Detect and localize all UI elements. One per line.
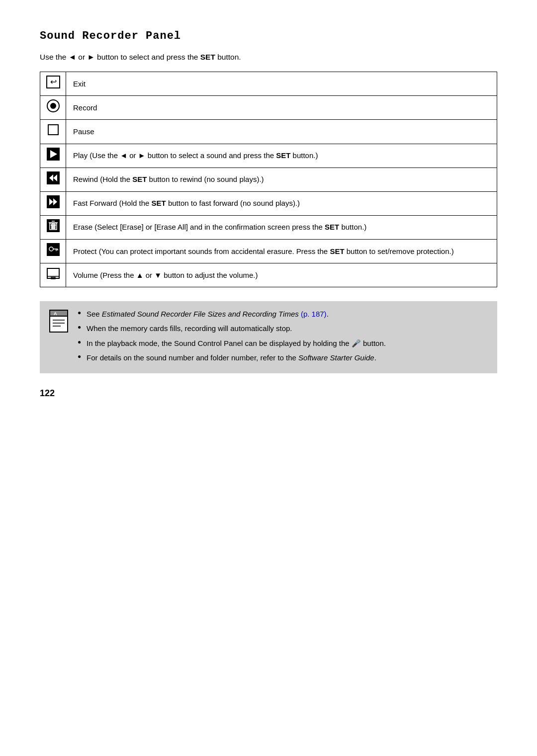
page-reference-link[interactable]: (p. 187) [301, 310, 327, 318]
exit-icon: ↩ [46, 75, 60, 89]
page-title: Sound Recorder Panel [40, 30, 497, 42]
desc-cell-volume: Volume (Press the ▲ or ▼ button to adjus… [66, 263, 497, 287]
icon-cell-play [40, 144, 66, 168]
volume-icon [46, 266, 60, 280]
icon-cell-erase: 🗑 [40, 215, 66, 239]
desc-cell-play: Play (Use the ◄ or ► button to select a … [66, 144, 497, 168]
svg-point-3 [50, 103, 56, 109]
fastforward-icon [46, 195, 60, 209]
set-label: SET [200, 53, 215, 61]
svg-rect-4 [48, 125, 58, 135]
svg-text:↩: ↩ [50, 78, 56, 86]
protect-icon [46, 243, 60, 256]
intro-paragraph: Use the ◄ or ► button to select and pres… [40, 51, 497, 63]
pause-icon [46, 123, 60, 137]
desc-cell-exit: Exit [66, 72, 497, 96]
icon-cell-volume [40, 263, 66, 287]
svg-rect-30 [50, 310, 68, 316]
table-row: Pause [40, 120, 497, 144]
icon-cell-record [40, 96, 66, 120]
note-box: A See Estimated Sound Recorder File Size… [40, 301, 497, 373]
note-item-2: When the memory cards fills, recording w… [78, 323, 386, 334]
panel-table: ↩ Exit Record Pause [40, 72, 497, 287]
table-row: 🗑 Erase (Select [Erase] or [Erase All] a… [40, 215, 497, 239]
svg-text:A: A [54, 311, 57, 316]
icon-cell-exit: ↩ [40, 72, 66, 96]
table-row: Record [40, 96, 497, 120]
rewind-icon [46, 171, 60, 185]
page-number: 122 [40, 388, 497, 399]
note-item-4: For details on the sound number and fold… [78, 352, 386, 363]
icon-cell-rewind [40, 168, 66, 191]
table-row: Protect (You can protect important sound… [40, 239, 497, 263]
icon-cell-pause [40, 120, 66, 144]
desc-cell-fastforward: Fast Forward (Hold the SET button to fas… [66, 191, 497, 215]
table-row: Volume (Press the ▲ or ▼ button to adjus… [40, 263, 497, 287]
record-icon [46, 99, 60, 113]
table-row: Fast Forward (Hold the SET button to fas… [40, 191, 497, 215]
erase-icon: 🗑 [46, 219, 60, 233]
desc-cell-erase: Erase (Select [Erase] or [Erase All] and… [66, 215, 497, 239]
icon-cell-protect [40, 239, 66, 263]
note-icon: A [49, 309, 71, 334]
note-item-1: See Estimated Sound Recorder File Sizes … [78, 308, 386, 320]
desc-cell-pause: Pause [66, 120, 497, 144]
desc-cell-rewind: Rewind (Hold the SET button to rewind (n… [66, 168, 497, 191]
mic-icon: 🎤 [352, 339, 361, 347]
note-item-3: In the playback mode, the Sound Control … [78, 337, 386, 349]
table-row: ↩ Exit [40, 72, 497, 96]
icon-cell-fastforward [40, 191, 66, 215]
svg-rect-26 [47, 268, 59, 278]
table-row: Rewind (Hold the SET button to rewind (n… [40, 168, 497, 191]
play-icon [46, 147, 60, 161]
note-content: See Estimated Sound Recorder File Sizes … [78, 308, 386, 366]
note-list: See Estimated Sound Recorder File Sizes … [78, 308, 386, 363]
desc-cell-record: Record [66, 96, 497, 120]
table-row: Play (Use the ◄ or ► button to select a … [40, 144, 497, 168]
desc-cell-protect: Protect (You can protect important sound… [66, 239, 497, 263]
